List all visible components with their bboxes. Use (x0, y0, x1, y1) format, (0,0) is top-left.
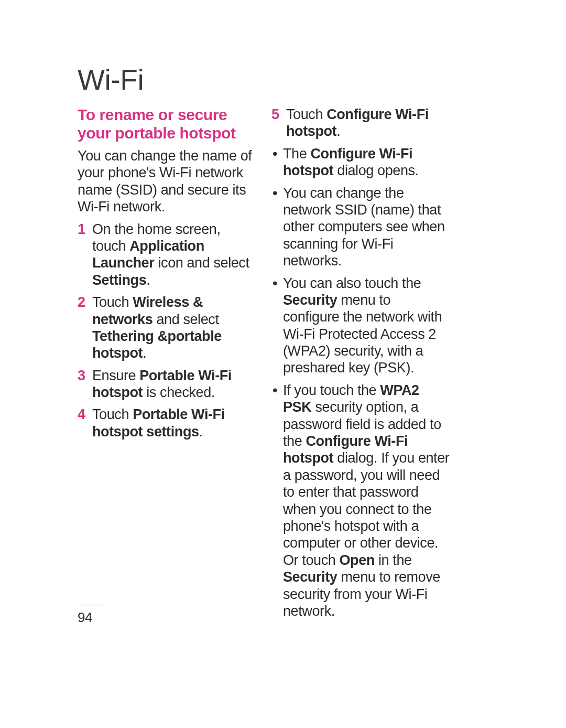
content-columns: To rename or secure your portable hotspo… (78, 106, 490, 625)
bullet-text: You can also touch the (283, 275, 421, 291)
step-number: 1 (78, 221, 85, 238)
step-text: . (146, 272, 150, 288)
page: Wi-Fi To rename or secure your portable … (0, 0, 566, 728)
step-text: Touch (286, 106, 326, 122)
step-number: 4 (78, 406, 85, 423)
bullet-text: in the (375, 552, 412, 568)
bullet-text: If you touch the (283, 382, 380, 398)
step-5: 5 Touch Configure Wi-Fi hotspot. (271, 106, 450, 140)
bullet-1: The Configure Wi-Fi hotspot dialog opens… (271, 145, 450, 179)
page-number-rule (78, 605, 104, 605)
step-number: 3 (78, 367, 85, 384)
left-column: To rename or secure your portable hotspo… (78, 106, 256, 625)
step-number: 2 (78, 294, 85, 311)
step-text: icon and select (154, 255, 249, 271)
step-text: Ensure (92, 368, 139, 383)
step-text: . (336, 123, 340, 139)
step-text: Touch (92, 406, 133, 422)
step-text: and select (153, 312, 219, 327)
bullet-4: If you touch the WPA2 PSK security optio… (271, 382, 450, 619)
intro-paragraph: You can change the name of your phone's … (78, 147, 256, 216)
step-list-continued: 5 Touch Configure Wi-Fi hotspot. (271, 106, 450, 140)
step-text: . (143, 345, 146, 361)
step-bold: Settings (92, 272, 146, 288)
page-title: Wi-Fi (78, 63, 490, 97)
step-text: is checked. (143, 384, 215, 400)
bullet-bold: Open (339, 552, 374, 568)
section-heading: To rename or secure your portable hotspo… (78, 106, 256, 142)
step-3: 3 Ensure Portable Wi-Fi hotspot is check… (78, 367, 256, 401)
step-number: 5 (271, 106, 279, 123)
bullet-text: dialog. If you enter a password, you wil… (283, 450, 449, 568)
step-bold: Tethering &portable hotspot (92, 328, 222, 361)
step-list: 1 On the home screen, touch Application … (78, 221, 256, 441)
bullet-text: You can change the network SSID (name) t… (283, 185, 445, 269)
step-2: 2 Touch Wireless & networks and select T… (78, 294, 256, 362)
bullet-list: The Configure Wi-Fi hotspot dialog opens… (271, 145, 450, 620)
bullet-3: You can also touch the Security menu to … (271, 275, 450, 377)
step-1: 1 On the home screen, touch Application … (78, 221, 256, 289)
step-text: Touch (92, 294, 133, 310)
bullet-bold: Security (283, 569, 337, 585)
page-number-block: 94 (78, 605, 104, 626)
bullet-text: The (283, 146, 310, 162)
bullet-2: You can change the network SSID (name) t… (271, 185, 450, 270)
right-column: 5 Touch Configure Wi-Fi hotspot. The Con… (271, 106, 450, 625)
bullet-text: dialog opens. (333, 163, 419, 178)
step-4: 4 Touch Portable Wi-Fi hotspot settings. (78, 406, 256, 440)
step-text: . (199, 424, 203, 440)
bullet-bold: Security (283, 292, 337, 308)
page-number: 94 (78, 609, 104, 626)
